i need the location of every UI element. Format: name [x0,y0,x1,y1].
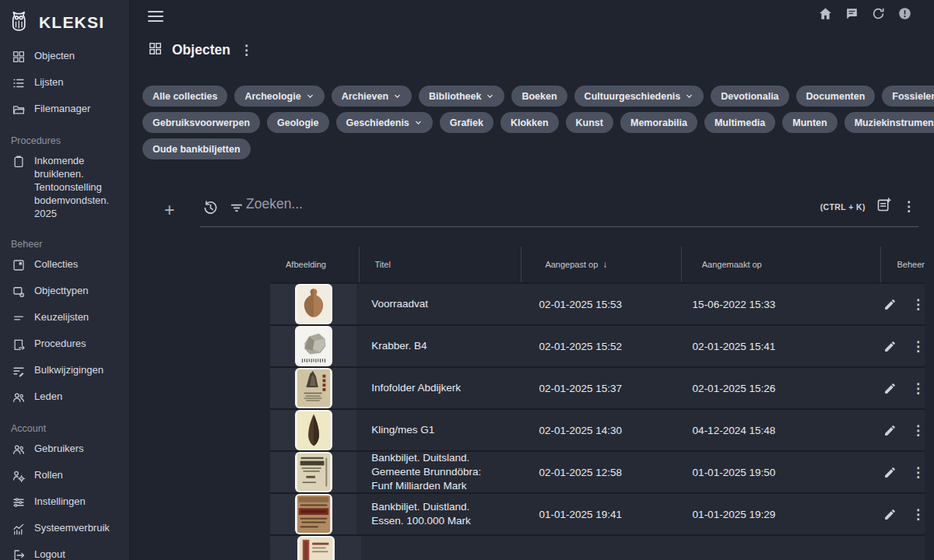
alert-icon[interactable] [897,6,912,24]
search-kebab-icon[interactable]: ⋮ [902,200,915,213]
sidebar-item-lijsten[interactable]: Lijsten [0,70,129,96]
sidebar-item-label: Instellingen [34,495,86,509]
search-input[interactable] [246,196,682,212]
sidebar-item-inkomende-bruiklenen-tentoonstelling-bod[interactable]: Inkomende bruiklenen. Tentoonstelling bo… [0,149,129,226]
column-header-label: Titel [374,260,390,269]
object-thumbnail[interactable] [297,536,335,560]
filter-chip-label: Muziekinstrumenten [855,117,934,128]
filter-chip-memorabilia[interactable]: Memorabilia [620,112,697,133]
sidebar-item-filemanager[interactable]: Filemanager [0,96,129,123]
sidebar-section-procedures: Procedures [0,123,129,149]
filter-chip-oude-bankbiljetten[interactable]: Oude bankbiljetten [142,138,251,159]
column-header-label: Aangemaakt op [702,260,762,269]
roles-icon [12,469,26,483]
sidebar-item-collecties[interactable]: Collecties [0,252,129,278]
sidebar-item-gebruikers[interactable]: Gebruikers [0,436,129,463]
object-thumbnail[interactable] [295,410,332,450]
object-thumbnail[interactable] [295,326,332,366]
search-history-icon[interactable] [202,200,219,219]
filter-chip-munten[interactable]: Munten [782,112,837,133]
manage-cell: ⋮ [867,494,925,534]
edit-pencil-icon[interactable] [883,508,897,521]
sidebar-item-label: Lijsten [34,76,64,89]
home-icon[interactable] [818,6,833,24]
filter-chip-klokken[interactable]: Klokken [500,112,559,133]
filter-chip-label: Klokken [511,117,549,128]
title-cell: Kling/mes G1 [356,410,515,450]
row-kebab-icon[interactable]: ⋮ [911,508,925,521]
created-cell: 01-01-2025 19:29 [672,494,867,534]
sidebar-item-leden[interactable]: Leden [0,384,129,411]
object-thumbnail[interactable] [295,494,332,534]
filter-chip-fossielen[interactable]: Fossielen [882,86,934,107]
table-row: Voorraadvat02-01-2025 15:5315-06-2022 15… [270,284,925,326]
column-header-afbeelding[interactable]: Afbeelding [270,247,359,282]
sidebar-item-label: Systeemverbruik [34,522,110,535]
filter-chip-grafiek[interactable]: Grafiek [440,112,493,133]
menu-icon[interactable] [148,8,163,25]
object-thumbnail[interactable] [295,452,332,492]
object-thumbnail[interactable] [295,368,332,408]
edit-pencil-icon[interactable] [883,382,897,395]
collection-filters: Alle collectiesArcheologieArchievenBibli… [142,86,918,165]
row-kebab-icon[interactable]: ⋮ [911,424,925,437]
sidebar-item-instellingen[interactable]: Instellingen [0,489,129,516]
sidebar-item-label: Objecttypen [34,285,88,298]
edit-pencil-icon[interactable] [883,466,897,479]
sidebar-section-account: Account [0,411,129,436]
filter-chip-archeologie[interactable]: Archeologie [234,86,324,107]
page-kebab-icon[interactable]: ⋮ [240,44,253,57]
search-underline [200,226,918,227]
image-cell [270,452,356,492]
row-kebab-icon[interactable]: ⋮ [911,466,925,479]
chat-icon[interactable] [844,6,859,24]
sidebar-item-logout[interactable]: Logout [0,542,129,560]
sidebar-item-procedures[interactable]: Procedures [0,331,129,358]
brand-logo[interactable]: KLEKSI [0,0,129,44]
sidebar-item-rollen[interactable]: Rollen [0,463,129,489]
filter-chip-devotionalia[interactable]: Devotionalia [711,86,788,107]
filter-chip-bibliotheek[interactable]: Bibliotheek [419,86,504,107]
filter-chip-geologie[interactable]: Geologie [267,112,328,133]
column-header-aangepast-op[interactable]: Aangepast op↓ [521,247,680,282]
filter-chip-gebruiksvoorwerpen[interactable]: Gebruiksvoorwerpen [142,112,260,133]
edit-pencil-icon[interactable] [883,424,897,437]
sidebar-item-objecttypen[interactable]: Objecttypen [0,278,129,305]
filter-chip-multimedia[interactable]: Multimedia [704,112,775,133]
filter-icon[interactable] [229,200,244,219]
filter-chip-alle-collecties[interactable]: Alle collecties [142,86,227,107]
filter-chip-muziekinstrumenten[interactable]: Muziekinstrumenten [844,112,934,133]
filter-chip-boeken[interactable]: Boeken [511,86,567,107]
sidebar-item-keuzelijsten[interactable]: Keuzelijsten [0,305,129,331]
column-header-label: Aangepast op [545,260,598,269]
filter-chip-cultuurgeschiedenis[interactable]: Cultuurgeschiedenis [574,86,704,107]
sidebar-item-label: Logout [34,548,65,560]
edit-pencil-icon[interactable] [883,298,897,311]
column-header-beheer[interactable]: Beheer [880,247,925,282]
clipboard-icon [12,155,26,169]
sidebar-item-bulkwijzigingen[interactable]: Bulkwijzigingen [0,358,129,384]
sidebar-item-label: Collecties [34,258,78,271]
object-thumbnail[interactable] [295,284,332,324]
sidebar-item-objecten[interactable]: Objecten [0,44,129,70]
table-row: Infofolder Abdijkerk02-01-2025 15:3702-0… [270,368,925,410]
filter-chip-row: GebruiksvoorwerpenGeologieGeschiedenisGr… [142,112,918,133]
title-cell: Krabber. B4 [356,326,515,366]
edit-pencil-icon[interactable] [883,340,897,353]
add-object-button[interactable]: + [164,200,174,221]
sidebar-item-label: Inkomende bruiklenen. Tentoonstelling bo… [34,155,123,220]
row-kebab-icon[interactable]: ⋮ [911,340,925,353]
filter-chip-geschiedenis[interactable]: Geschiedenis [336,112,433,133]
row-kebab-icon[interactable]: ⋮ [911,382,925,395]
add-note-icon[interactable] [876,197,892,216]
filter-chip-documenten[interactable]: Documenten [796,86,876,107]
sidebar-item-systeemverbruik[interactable]: Systeemverbruik [0,516,129,542]
chevron-down-icon [685,92,693,100]
filter-chip-archieven[interactable]: Archieven [332,86,412,107]
refresh-icon[interactable] [871,6,886,24]
modified-cell: 02-01-2025 15:37 [515,368,672,408]
row-kebab-icon[interactable]: ⋮ [911,298,925,311]
filter-chip-kunst[interactable]: Kunst [566,112,613,133]
column-header-titel[interactable]: Titel [359,247,521,282]
column-header-aangemaakt-op[interactable]: Aangemaakt op [681,247,880,282]
